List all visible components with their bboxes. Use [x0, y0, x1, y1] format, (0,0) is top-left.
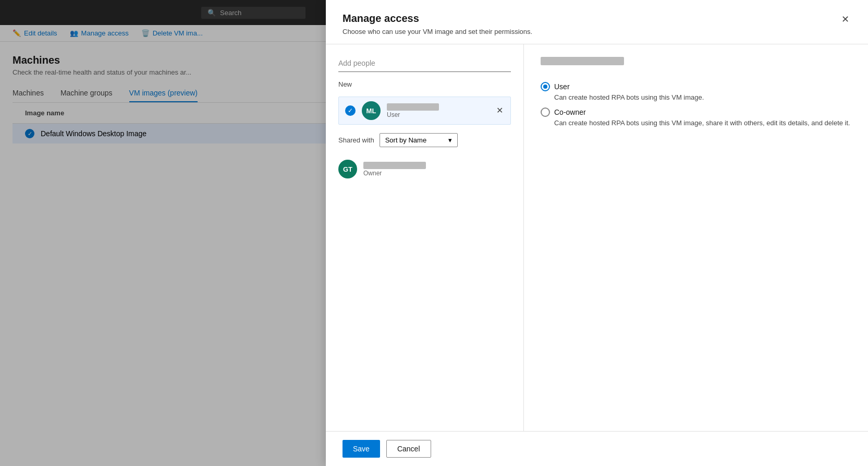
panel-left: New ✓ ML User ✕ Shared with Sort by [326, 44, 524, 431]
radio-coowner-label: Co-owner [554, 108, 586, 116]
shared-user-avatar: GT [338, 160, 357, 178]
shared-user-item: GT Owner [338, 156, 511, 183]
dialog-subtitle: Choose who can use your VM image and set… [343, 28, 532, 35]
shared-user-name-blurred [363, 162, 426, 169]
radio-coowner-row[interactable]: Co-owner [541, 107, 851, 117]
shared-users-list: GT Owner [338, 156, 511, 183]
radio-user-label: User [554, 82, 570, 91]
dialog-body: New ✓ ML User ✕ Shared with Sort by [326, 44, 868, 431]
radio-item-user: User Can create hosted RPA bots using th… [541, 82, 851, 101]
shared-user-info: Owner [363, 162, 511, 177]
close-button[interactable]: ✕ [839, 13, 851, 26]
radio-user-desc: Can create hosted RPA bots using this VM… [541, 93, 851, 101]
sort-dropdown[interactable]: Sort by Name ▾ [380, 133, 458, 147]
new-user-name-blurred [387, 103, 439, 111]
chevron-down-icon: ▾ [448, 136, 452, 144]
cancel-button[interactable]: Cancel [386, 440, 431, 458]
save-button[interactable]: Save [343, 440, 380, 458]
radio-coowner-circle[interactable] [541, 107, 550, 117]
new-user-info: User [387, 103, 489, 118]
add-people-input[interactable] [338, 57, 511, 72]
panel-right: User Can create hosted RPA bots using th… [524, 44, 868, 431]
new-section-label: New [338, 80, 511, 88]
new-user-item: ✓ ML User ✕ [338, 97, 511, 125]
radio-user-row[interactable]: User [541, 82, 851, 91]
user-check-icon: ✓ [345, 105, 356, 116]
permission-radio-group: User Can create hosted RPA bots using th… [541, 82, 851, 127]
sort-label: Sort by Name [385, 136, 426, 144]
dialog-header-text: Manage access Choose who can use your VM… [343, 13, 532, 35]
shared-with-row: Shared with Sort by Name ▾ [338, 133, 511, 147]
new-user-avatar: ML [362, 101, 381, 120]
radio-item-coowner: Co-owner Can create hosted RPA bots usin… [541, 107, 851, 127]
dialog-footer: Save Cancel [326, 431, 868, 466]
manage-access-dialog: Manage access Choose who can use your VM… [326, 0, 868, 466]
radio-coowner-desc: Can create hosted RPA bots using this VM… [541, 119, 851, 127]
selected-user-name-blurred [541, 57, 624, 65]
dialog-header: Manage access Choose who can use your VM… [326, 0, 868, 44]
remove-user-button[interactable]: ✕ [495, 105, 504, 116]
new-user-role: User [387, 111, 489, 118]
new-user-name [387, 103, 489, 111]
shared-user-role: Owner [363, 170, 511, 177]
dialog-title: Manage access [343, 13, 532, 25]
shared-user-name [363, 162, 511, 170]
radio-user-circle[interactable] [541, 82, 550, 91]
shared-with-label: Shared with [338, 136, 374, 144]
